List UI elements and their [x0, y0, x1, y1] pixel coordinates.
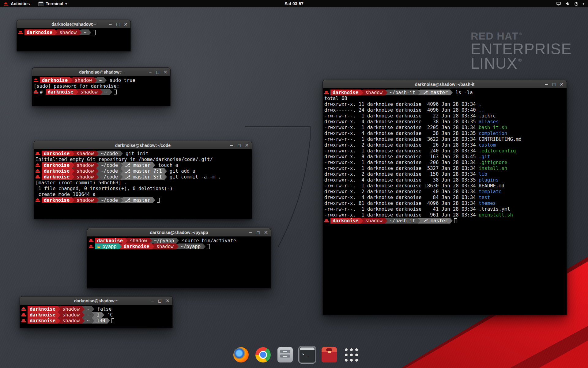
terminal-text: install.sh [479, 166, 507, 171]
terminal-window-1[interactable]: darknoise@shadow:~−□×darknoiseshadow~ [17, 20, 131, 52]
window-minimize-button[interactable]: − [151, 299, 154, 303]
terminal-cursor [114, 90, 117, 94]
terminal-viewport[interactable]: darknoiseshadow~/code git initInitialize… [34, 149, 252, 219]
terminal-text: total 68 [324, 96, 347, 101]
terminal-window-4[interactable]: darknoise@shadow:~/pyapp−□×darknoiseshad… [87, 228, 271, 289]
powerline-arrow-icon [418, 90, 420, 95]
terminal-text: false [94, 306, 111, 312]
window-maximize-button[interactable]: □ [158, 299, 161, 303]
window-close-button[interactable]: × [560, 82, 564, 87]
prompt-segment-user: darknoise [42, 151, 72, 156]
terminal-window-6[interactable]: darknoise@shadow:~/bash-it−□×darknoisesh… [322, 80, 567, 315]
dock-item-files[interactable] [276, 346, 294, 364]
prompt-segment-path: ~/code [99, 174, 120, 180]
powerline-arrow-icon [110, 89, 112, 95]
window-minimize-button[interactable]: − [230, 143, 234, 148]
terminal-viewport[interactable]: darknoiseshadow~ falsedarknoiseshadow~1 … [20, 305, 172, 328]
dock-item-toolbox[interactable] [320, 346, 338, 364]
powerline-arrow-icon [385, 218, 387, 224]
powerline-arrow-icon [164, 168, 167, 174]
dock-item-terminal[interactable] [298, 346, 316, 364]
prompt-segment-host: shadow [74, 168, 96, 174]
window-minimize-button[interactable]: − [149, 70, 152, 74]
powerline-arrow-icon [104, 78, 107, 83]
window-titlebar[interactable]: darknoise@shadow:~−□× [20, 297, 172, 305]
prompt-segment-user: darknoise [28, 312, 58, 318]
terminal-text: drwxrwxr-x. 4 darknoise darknoise 38 Jan… [324, 131, 479, 136]
terminal-viewport[interactable]: darknoiseshadow~/bash-it⎇ master ls -lat… [323, 88, 567, 315]
terminal-text: test [479, 195, 490, 200]
redhat-prompt-icon [18, 29, 24, 35]
terminal-text: -rw-rw-r--. 1 darknoise darknoise 41 Jan… [324, 206, 479, 212]
system-status-area[interactable]: ▾ [556, 0, 588, 7]
terminal-viewport[interactable]: darknoiseshadow~/pyapp source bin/activa… [87, 236, 271, 288]
dock-item-app-grid[interactable] [342, 346, 360, 364]
window-minimize-button[interactable]: − [249, 230, 253, 235]
powerline-arrow-icon [418, 218, 420, 224]
redhat-prompt-icon [36, 162, 41, 168]
dock-item-chrome[interactable] [254, 346, 272, 364]
window-titlebar[interactable]: darknoise@shadow:~−□× [32, 68, 170, 76]
powerline-arrow-icon [58, 306, 60, 312]
window-titlebar[interactable]: darknoise@shadow:~/code−□× [34, 141, 252, 150]
prompt-segment-host: shadow [57, 29, 79, 35]
window-titlebar[interactable]: darknoise@shadow:~/pyapp−□× [87, 228, 271, 237]
dock-item-firefox[interactable] [232, 346, 250, 364]
redhat-prompt-icon [34, 89, 39, 95]
window-titlebar[interactable]: darknoise@shadow:~/bash-it−□× [323, 80, 567, 89]
window-close-button[interactable]: × [124, 22, 128, 27]
window-maximize-button[interactable]: □ [116, 22, 119, 26]
app-menu-button[interactable]: Terminal ▾ [37, 0, 68, 7]
chevron-down-icon: ▾ [66, 2, 67, 6]
redhat-prompt-icon [89, 238, 94, 243]
terminal-text: create mode 100644 a [36, 192, 96, 197]
terminal-line: darknoiseshadow~/code⎇ master ?:1 git ad… [34, 168, 252, 174]
powerline-arrow-icon [164, 174, 167, 180]
terminal-text: .. [479, 107, 484, 113]
terminal-text: template [479, 189, 502, 194]
window-title: darknoise@shadow:~/bash-it [415, 82, 475, 87]
window-close-button[interactable]: × [166, 298, 170, 303]
terminal-viewport[interactable]: darknoiseshadow~ [17, 28, 130, 51]
window-minimize-button[interactable]: − [109, 22, 112, 26]
terminal-text: .git [479, 154, 490, 159]
prompt-segment-host: shadow [74, 174, 96, 180]
terminal-line: -rwxrwxr-x. 1 darknoise darknoise 5327 J… [323, 165, 567, 171]
prompt-segment-user: darknoise [95, 238, 125, 243]
power-icon[interactable] [574, 1, 579, 6]
powerline-arrow-icon [120, 168, 123, 174]
terminal-window-3[interactable]: darknoise@shadow:~/code−□×darknoiseshado… [34, 141, 252, 219]
clock[interactable]: Sat 03:57 [285, 0, 303, 7]
activities-button[interactable]: Activities [2, 0, 31, 7]
app-menu-label: Terminal [46, 1, 63, 6]
window-titlebar[interactable]: darknoise@shadow:~−□× [17, 20, 130, 29]
terminal-window-5[interactable]: darknoise@shadow:~−□×darknoiseshadow~ fa… [20, 296, 173, 328]
top-bar: Activities Terminal ▾ Sat 03:57 ▾ [0, 0, 588, 7]
rhel-wallpaper-logo: RED HAT® ENTERPRISE LINUX® [471, 30, 572, 74]
window-minimize-button[interactable]: − [545, 82, 548, 86]
dock [232, 346, 360, 364]
window-maximize-button[interactable]: □ [237, 144, 241, 147]
powerline-arrow-icon [385, 90, 387, 95]
window-close-button[interactable]: × [264, 230, 268, 235]
display-icon[interactable] [556, 1, 561, 6]
terminal-line: # darknoiseshadow~ [32, 89, 170, 95]
powerline-arrow-icon [153, 163, 155, 168]
terminal-line: darknoiseshadow~/pyapp source bin/activa… [87, 238, 271, 243]
window-maximize-button[interactable]: □ [552, 82, 556, 86]
window-close-button[interactable]: × [245, 143, 249, 148]
terminal-window-2[interactable]: darknoise@shadow:~−□×darknoiseshadow~ su… [32, 67, 171, 106]
terminal-cursor [207, 244, 210, 249]
powerline-arrow-icon [76, 89, 78, 95]
window-maximize-button[interactable]: □ [156, 70, 159, 74]
terminal-text: -rwxrwxr-x. 1 darknoise darknoise 206 Ja… [324, 160, 479, 165]
terminal-line: darknoiseshadow~ [17, 29, 130, 35]
window-maximize-button[interactable]: □ [256, 231, 260, 234]
powerline-arrow-icon [125, 238, 128, 243]
window-close-button[interactable]: × [164, 70, 168, 75]
terminal-text: drwxrwxr-x. 2 darknoise darknoise 26 Jan… [324, 142, 479, 148]
prompt-segment-path: ~ [85, 312, 92, 318]
terminal-text: # [40, 89, 46, 95]
terminal-viewport[interactable]: darknoiseshadow~ sudo true[sudo] passwor… [32, 76, 170, 106]
volume-icon[interactable] [565, 1, 570, 6]
